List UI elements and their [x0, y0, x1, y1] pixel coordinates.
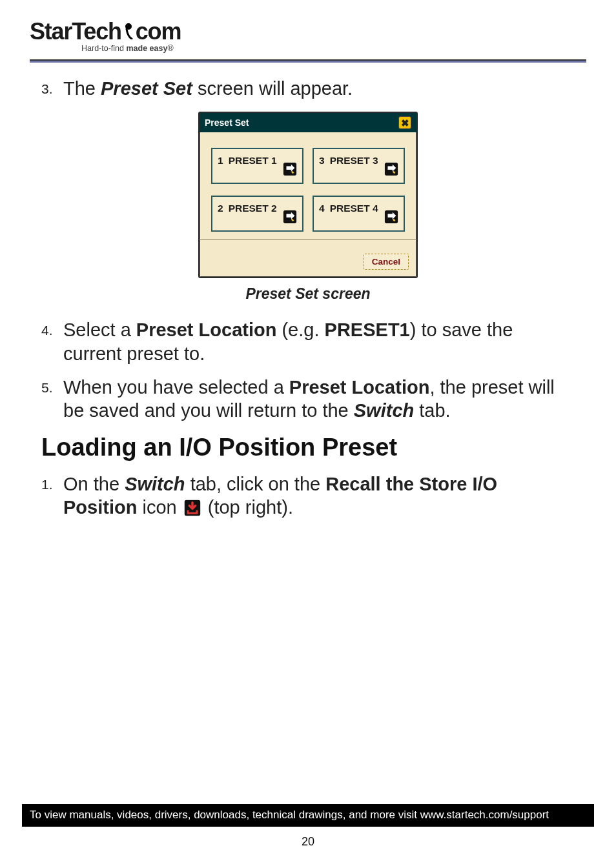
screenshot-caption: Preset Set screen — [41, 285, 575, 303]
brand-left: StarTech — [30, 18, 121, 45]
list-item: 3.The Preset Set screen will appear. — [41, 77, 575, 100]
close-icon[interactable]: ✖ — [398, 116, 411, 129]
list-text: When you have selected a Preset Location… — [63, 376, 575, 423]
list-item: 1.On the Switch tab, click on the Recall… — [41, 472, 575, 520]
list-number: 5. — [41, 376, 63, 423]
list-number: 3. — [41, 77, 63, 100]
list-item: 4.Select a Preset Location (e.g. PRESET1… — [41, 318, 575, 365]
list-text: On the Switch tab, click on the Recall t… — [63, 472, 575, 520]
footer-bar: To view manuals, videos, drivers, downlo… — [22, 804, 594, 827]
preset-set-screenshot: Preset Set ✖ 1PRESET 13PRESET 32PRESET 2… — [41, 112, 575, 278]
preset-button[interactable]: 3PRESET 3 — [313, 148, 405, 184]
preset-label: PRESET 1 — [229, 154, 277, 167]
brand-tagline: Hard-to-find made easy® — [81, 44, 586, 53]
edit-icon — [384, 162, 398, 176]
brand-logo: StarTech com Hard-to-find made easy® — [30, 18, 586, 53]
preset-number: 2 — [218, 202, 223, 214]
preset-label: PRESET 4 — [330, 202, 378, 214]
header-rule — [30, 59, 586, 63]
preset-label: PRESET 3 — [330, 154, 378, 167]
preset-button[interactable]: 2PRESET 2 — [211, 196, 303, 232]
preset-number: 4 — [319, 202, 325, 214]
list-text: Select a Preset Location (e.g. PRESET1) … — [63, 318, 575, 365]
list-text: The Preset Set screen will appear. — [63, 77, 575, 100]
dialog-title: Preset Set — [205, 117, 249, 129]
cancel-button[interactable]: Cancel — [364, 254, 409, 270]
list-item: 5.When you have selected a Preset Locati… — [41, 376, 575, 423]
edit-icon — [283, 210, 297, 224]
preset-number: 1 — [218, 154, 223, 167]
edit-icon — [283, 162, 297, 176]
section-heading: Loading an I/O Position Preset — [41, 432, 575, 463]
dialog-titlebar: Preset Set ✖ — [200, 113, 416, 132]
preset-button[interactable]: 4PRESET 4 — [313, 196, 405, 232]
list-number: 4. — [41, 318, 63, 365]
preset-button[interactable]: 1PRESET 1 — [211, 148, 303, 184]
preset-number: 3 — [319, 154, 325, 167]
list-number: 1. — [41, 472, 63, 520]
page-number: 20 — [0, 835, 616, 849]
preset-label: PRESET 2 — [229, 202, 277, 214]
brand-right: com — [136, 18, 181, 45]
recall-icon — [183, 499, 201, 517]
edit-icon — [384, 210, 398, 224]
brand-dot-icon — [121, 18, 136, 45]
